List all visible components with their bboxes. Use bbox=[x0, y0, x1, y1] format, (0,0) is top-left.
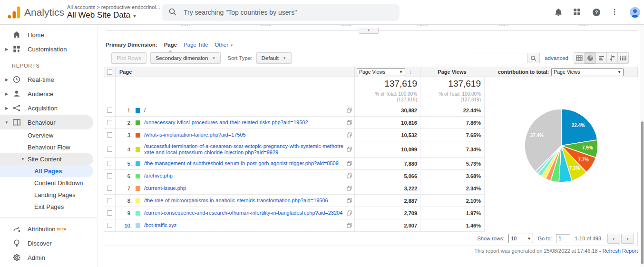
pageviews-value: 7,880 bbox=[355, 158, 420, 169]
row-checkbox[interactable] bbox=[107, 223, 112, 228]
avatar[interactable] bbox=[630, 7, 640, 18]
sidebar-item-exit-pages[interactable]: Exit Pages bbox=[0, 201, 93, 213]
chevron-down-icon[interactable]: ▼ bbox=[21, 157, 25, 161]
page-link[interactable]: /bot-traffic.xyz bbox=[144, 222, 345, 228]
chart-collapse-button[interactable]: ▼ bbox=[359, 28, 379, 34]
metric-select[interactable]: Page Views▼ bbox=[357, 68, 405, 76]
sort-type-button[interactable]: Default▼ bbox=[256, 52, 292, 64]
page-link[interactable]: /what-is-implantation-failure.php?aid=17… bbox=[144, 132, 345, 138]
advanced-search-link[interactable]: advanced bbox=[545, 55, 568, 61]
sidebar-item-landing-pages[interactable]: Landing Pages bbox=[0, 189, 93, 201]
page-link[interactable]: /the-management-of-subthreshold-serum-lh… bbox=[144, 160, 345, 167]
open-page-icon[interactable] bbox=[347, 147, 352, 152]
row-checkbox[interactable] bbox=[107, 186, 112, 191]
sidebar-item-content-drilldown[interactable]: Content Drilldown bbox=[0, 177, 93, 189]
pageviews-value: 2,709 bbox=[355, 207, 420, 219]
row-checkbox[interactable] bbox=[107, 147, 112, 152]
sidebar-item-behaviour[interactable]: ▼Behaviour bbox=[0, 115, 93, 129]
prev-page-button[interactable]: ‹ bbox=[607, 234, 620, 244]
property-name[interactable]: All Web Site Data▼ bbox=[67, 10, 159, 20]
sidebar-item-admin[interactable]: Admin bbox=[0, 250, 93, 265]
chevron-down-icon[interactable]: ▼ bbox=[3, 120, 10, 125]
sidebar-item-real-time[interactable]: ▶Real-time bbox=[0, 72, 93, 87]
page-link[interactable]: / bbox=[144, 107, 345, 113]
notifications-icon[interactable] bbox=[554, 8, 563, 17]
sidebar-item-acquisition[interactable]: ▶Acquisition bbox=[0, 101, 93, 115]
chevron-right-icon[interactable]: ▶ bbox=[3, 47, 10, 51]
row-page-cell: 10./bot-traffic.xyz bbox=[116, 219, 355, 231]
pie-slice-label: 37.4% bbox=[530, 133, 544, 138]
row-checkbox[interactable] bbox=[107, 132, 112, 138]
select-all-checkbox[interactable] bbox=[107, 69, 112, 75]
more-vert-icon[interactable] bbox=[611, 8, 620, 17]
row-checkbox[interactable] bbox=[107, 173, 112, 178]
open-page-icon[interactable] bbox=[347, 198, 352, 203]
row-checkbox[interactable] bbox=[107, 161, 112, 166]
contribution-select[interactable]: Page Views▼ bbox=[551, 68, 624, 76]
page-link[interactable]: /the-role-of-microorganisms-in-anabolic-… bbox=[144, 198, 345, 204]
apps-grid-icon[interactable] bbox=[573, 8, 582, 17]
performance-view-icon[interactable] bbox=[595, 52, 607, 64]
open-page-icon[interactable] bbox=[347, 223, 352, 228]
secondary-dimension-button[interactable]: Secondary dimension▼ bbox=[150, 52, 221, 64]
vertical-scrollbar[interactable] bbox=[640, 25, 644, 267]
open-page-icon[interactable] bbox=[347, 161, 352, 166]
sort-descending-icon[interactable]: ↓ bbox=[409, 69, 412, 75]
contribution-pie-chart[interactable]: 22.4%7.9%7.7%7.3%37.4% bbox=[485, 77, 638, 232]
chevron-right-icon[interactable]: ▶ bbox=[3, 106, 10, 110]
sidebar-item-overview[interactable]: Overview bbox=[0, 129, 93, 141]
table-search-input[interactable] bbox=[473, 53, 527, 63]
sidebar-item-customisation[interactable]: ▶Customisation bbox=[0, 42, 93, 56]
sidebar-item-behaviour-flow[interactable]: Behaviour Flow bbox=[0, 141, 93, 153]
scrollbar-thumb[interactable] bbox=[641, 121, 644, 264]
chevron-right-icon[interactable]: ▶ bbox=[3, 78, 10, 82]
page-link[interactable]: /unnecessary-ivficsi-procedures-and-thei… bbox=[144, 119, 345, 126]
open-page-icon[interactable] bbox=[347, 186, 352, 191]
sidebar-item-audience[interactable]: ▶Audience bbox=[0, 87, 93, 101]
dimension-tab-page[interactable]: Page bbox=[164, 42, 177, 48]
sidebar-item-label: Content Drilldown bbox=[34, 179, 83, 187]
search-bar[interactable]: Try searching "Top countries by users" bbox=[162, 4, 400, 21]
table-search-button[interactable] bbox=[527, 53, 540, 63]
row-checkbox[interactable] bbox=[107, 210, 112, 216]
account-selector[interactable]: All accounts > reproductive-endocrinol..… bbox=[61, 4, 159, 20]
page-link[interactable]: /successful-termination-of-a-cesarean-sc… bbox=[144, 143, 345, 156]
open-page-icon[interactable] bbox=[347, 210, 352, 216]
open-page-icon[interactable] bbox=[347, 108, 352, 113]
sidebar-item-site-content[interactable]: ▼Site Content bbox=[0, 153, 93, 165]
open-page-icon[interactable] bbox=[347, 173, 352, 178]
row-checkbox[interactable] bbox=[107, 120, 112, 125]
page-link[interactable]: /archive.php bbox=[144, 173, 345, 179]
open-page-icon[interactable] bbox=[347, 132, 352, 138]
percentage-view-icon[interactable] bbox=[585, 52, 596, 64]
row-page-cell: 7./current-issue.php bbox=[116, 182, 355, 194]
sidebar-item-home[interactable]: Home bbox=[0, 28, 93, 42]
sidebar-item-all-pages[interactable]: All Pages bbox=[0, 165, 93, 177]
show-rows-select[interactable]: 10▼ bbox=[508, 234, 533, 243]
help-icon[interactable]: ? bbox=[592, 8, 601, 17]
pageviews-column-header[interactable]: Page Views bbox=[420, 67, 484, 77]
plot-rows-button[interactable]: Plot Rows bbox=[111, 52, 146, 64]
page-column-header[interactable]: Page bbox=[116, 67, 355, 77]
row-checkbox[interactable] bbox=[107, 108, 112, 113]
sidebar-item-label: Admin bbox=[28, 254, 45, 261]
sidebar-item-attribution[interactable]: AttributionBETA bbox=[0, 222, 93, 236]
next-page-button[interactable]: › bbox=[621, 234, 634, 244]
dimension-tab-page-title[interactable]: Page Title bbox=[184, 42, 208, 48]
page-link[interactable]: /current-issue.php bbox=[144, 185, 345, 191]
open-page-icon[interactable] bbox=[347, 120, 352, 125]
svg-text:?: ? bbox=[595, 10, 598, 15]
data-table-view-icon[interactable] bbox=[574, 52, 585, 64]
dimension-tab-other[interactable]: Other▼ bbox=[215, 42, 234, 48]
sidebar-item-discover[interactable]: Discover bbox=[0, 236, 93, 250]
comparison-view-icon[interactable] bbox=[606, 52, 618, 64]
chevron-right-icon[interactable]: ▶ bbox=[3, 92, 10, 96]
page-link[interactable]: /current-consequence-and-research-ofhuma… bbox=[144, 210, 345, 216]
refresh-report-link[interactable]: Refresh Report bbox=[602, 248, 638, 254]
legend-color-swatch bbox=[136, 174, 140, 178]
analytics-logo[interactable]: Analytics bbox=[0, 5, 61, 20]
row-checkbox[interactable] bbox=[107, 198, 112, 203]
pivot-view-icon[interactable] bbox=[617, 52, 629, 64]
goto-page-input[interactable] bbox=[556, 234, 570, 243]
table-toolbar: Plot Rows Secondary dimension▼ Sort Type… bbox=[104, 51, 638, 65]
